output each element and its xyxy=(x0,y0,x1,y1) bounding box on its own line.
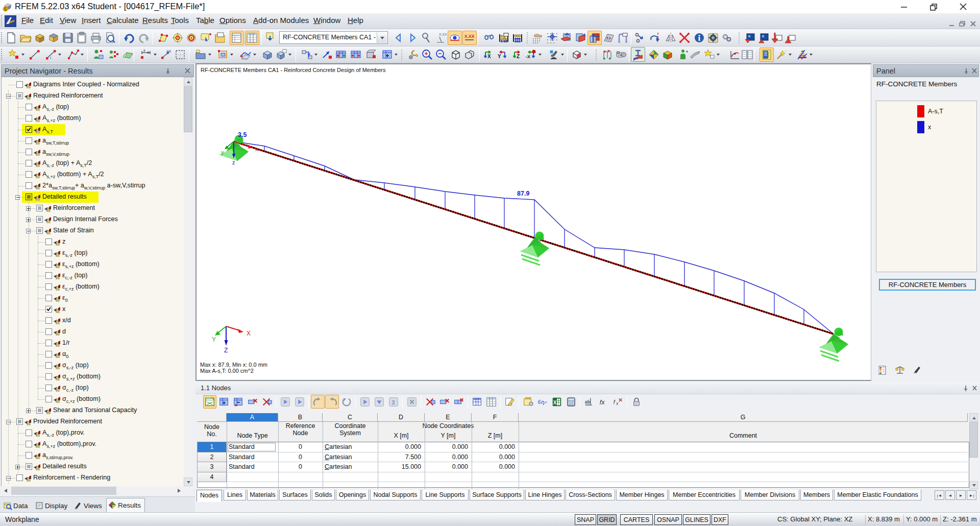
svg-text:x: x xyxy=(616,401,619,406)
svg-text:X: X xyxy=(487,54,491,59)
svg-text:X: X xyxy=(553,400,557,405)
svg-text:I: I xyxy=(50,56,51,60)
svg-text:5: 5 xyxy=(4,7,7,12)
svg-text:Z: Z xyxy=(224,347,228,354)
svg-text:x: x xyxy=(255,146,258,152)
svg-text:Z: Z xyxy=(517,54,520,59)
svg-text:X.XX: X.XX xyxy=(439,33,447,36)
svg-text:XX: XX xyxy=(166,50,172,53)
svg-text:Y: Y xyxy=(498,54,501,59)
svg-text:f: f xyxy=(614,399,616,405)
svg-text:X: X xyxy=(247,330,251,337)
svg-text:3.5: 3.5 xyxy=(238,131,247,138)
svg-text:fx: fx xyxy=(600,398,605,406)
svg-text:X.XX: X.XX xyxy=(464,34,475,39)
svg-text:6: 6 xyxy=(538,399,541,405)
svg-text:x: x xyxy=(143,49,145,52)
svg-text:ɳ: ɳ xyxy=(541,399,544,405)
svg-text:3: 3 xyxy=(391,399,395,405)
svg-text:ab: ab xyxy=(585,399,590,404)
svg-text:y: y xyxy=(221,149,224,155)
svg-text:Y: Y xyxy=(212,336,216,343)
svg-text:-X: -X xyxy=(526,54,530,59)
svg-text:87.9: 87.9 xyxy=(517,190,529,197)
svg-text:z: z xyxy=(232,159,235,165)
